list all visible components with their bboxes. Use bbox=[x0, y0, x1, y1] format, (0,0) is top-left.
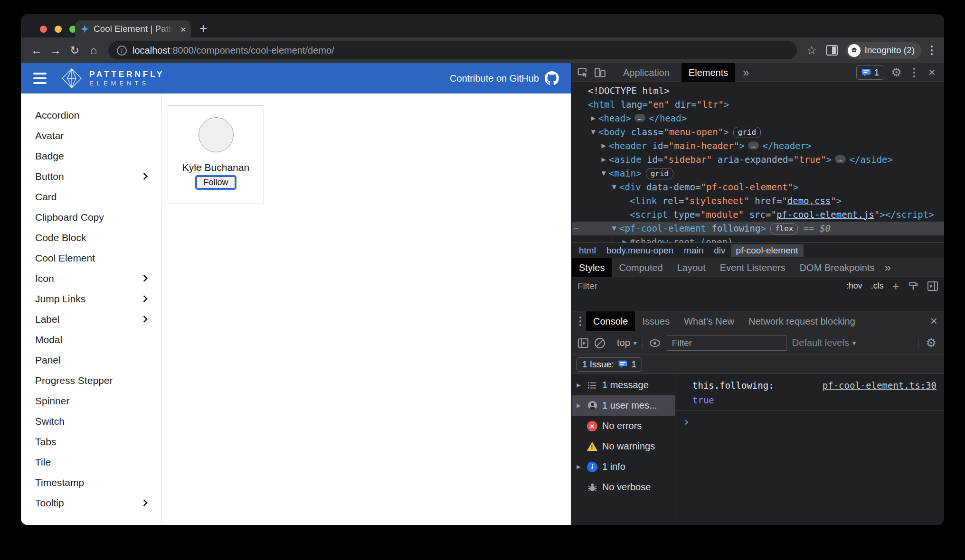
tab-network-request-blocking[interactable]: Network request blocking bbox=[741, 311, 862, 331]
expand-arrow-icon[interactable]: ▶ bbox=[598, 139, 609, 153]
execution-context-selector[interactable]: top ▾ bbox=[617, 337, 637, 348]
contribute-link[interactable]: Contribute on GitHub bbox=[450, 71, 559, 85]
sidebar-item[interactable]: Tile bbox=[21, 452, 161, 472]
console-settings-icon[interactable]: ⚙ bbox=[924, 336, 938, 350]
devtools-settings-icon[interactable]: ⚙ bbox=[889, 65, 903, 79]
tab-layout[interactable]: Layout bbox=[670, 258, 713, 277]
issues-counter-button[interactable]: 1 bbox=[856, 65, 885, 80]
dom-tree-line[interactable]: ▼<pf-cool-element following>flex == $0⋯ bbox=[572, 222, 944, 235]
sidebar-dock-icon[interactable] bbox=[927, 281, 938, 291]
dom-tree-line[interactable]: <html lang="en" dir="ltr"> bbox=[572, 98, 944, 112]
console-drawer-menu-icon[interactable] bbox=[575, 317, 586, 326]
console-sidebar-row[interactable]: ▶ 1 message bbox=[572, 375, 675, 395]
sidebar-item[interactable]: Label bbox=[21, 309, 161, 329]
sidebar-item[interactable]: Code Block bbox=[21, 227, 161, 248]
toggle-hover-state-button[interactable]: :hov bbox=[846, 281, 862, 291]
expand-arrow-icon[interactable]: ▶ bbox=[598, 153, 609, 167]
console-sidebar-row[interactable]: ▶ 1 user mes... bbox=[572, 395, 675, 416]
tab-dom-breakpoints[interactable]: DOM Breakpoints bbox=[793, 258, 882, 277]
expand-arrow-icon[interactable]: ▶ bbox=[575, 382, 582, 388]
breadcrumb[interactable]: body.menu-open bbox=[601, 244, 679, 257]
new-style-rule-icon[interactable]: + bbox=[892, 281, 899, 291]
sidebar-item[interactable]: Badge bbox=[21, 146, 161, 166]
expand-arrow-icon[interactable]: ▼ bbox=[598, 167, 609, 180]
console-sidebar-row[interactable]: × No errors bbox=[572, 416, 675, 436]
bookmark-star-icon[interactable]: ☆ bbox=[803, 44, 821, 57]
toggle-class-button[interactable]: .cls bbox=[871, 281, 884, 291]
side-panel-icon[interactable] bbox=[826, 45, 838, 56]
console-sidebar-row[interactable]: ▶ i 1 info bbox=[572, 457, 675, 477]
sidebar-item[interactable]: Tabs bbox=[21, 431, 161, 452]
clear-console-icon[interactable] bbox=[595, 338, 605, 348]
breadcrumb[interactable]: pf-cool-element bbox=[731, 244, 804, 257]
sidebar-item[interactable]: Icon bbox=[21, 268, 161, 289]
sidebar-item[interactable]: Jump Links bbox=[21, 289, 161, 309]
sidebar-item[interactable]: Button bbox=[21, 166, 161, 187]
console-sidebar-row[interactable]: No verbose bbox=[572, 477, 675, 497]
rendering-brush-icon[interactable] bbox=[908, 281, 918, 291]
sidebar-item[interactable]: Card bbox=[21, 187, 161, 207]
console-prompt[interactable]: › bbox=[675, 411, 944, 427]
inspect-element-icon[interactable] bbox=[577, 66, 589, 79]
expand-arrow-icon[interactable]: ▼ bbox=[609, 222, 619, 235]
sidebar-item[interactable]: Tooltip bbox=[21, 493, 161, 513]
reload-icon[interactable]: ↻ bbox=[66, 44, 84, 57]
dom-tree-line[interactable]: ▶<head>…</head> bbox=[572, 112, 944, 125]
dom-tree-line[interactable]: ▶<header id="main-header">…</header> bbox=[572, 139, 944, 153]
sidebar-item[interactable]: Avatar bbox=[21, 125, 161, 146]
live-expression-eye-icon[interactable] bbox=[649, 338, 661, 348]
sidebar-item[interactable]: Panel bbox=[21, 350, 161, 370]
hamburger-menu-icon[interactable] bbox=[33, 73, 47, 84]
tab-issues[interactable]: Issues bbox=[635, 311, 677, 331]
console-source-link[interactable]: pf-cool-element.ts:30 bbox=[823, 378, 937, 393]
tab-styles[interactable]: Styles bbox=[572, 258, 612, 277]
devtools-menu-icon[interactable] bbox=[908, 68, 920, 77]
dom-tree-line[interactable]: ▼<div data-demo="pf-cool-element"> bbox=[572, 180, 944, 194]
more-panels-icon[interactable]: » bbox=[740, 66, 752, 79]
sidebar-item[interactable]: Timestamp bbox=[21, 472, 161, 493]
patternfly-logo-icon[interactable] bbox=[61, 67, 83, 89]
home-icon[interactable]: ⌂ bbox=[85, 44, 103, 57]
expand-arrow-icon[interactable]: ▶ bbox=[619, 235, 630, 243]
browser-menu-icon[interactable] bbox=[926, 46, 937, 55]
minimize-window-button[interactable] bbox=[55, 26, 62, 33]
styles-filter-input[interactable]: Filter bbox=[577, 281, 597, 291]
console-drawer-close-icon[interactable]: × bbox=[927, 314, 941, 328]
follow-button[interactable]: Follow bbox=[197, 177, 235, 188]
tab-computed[interactable]: Computed bbox=[612, 258, 670, 277]
console-filter-input[interactable]: Filter bbox=[667, 336, 786, 351]
browser-tab[interactable]: Cool Element | PatternFly Elem × bbox=[75, 20, 191, 37]
expand-arrow-icon[interactable]: ▼ bbox=[588, 125, 598, 139]
expand-arrow-icon[interactable]: ▶ bbox=[588, 112, 598, 125]
issue-counter-button[interactable]: 1 Issue: 1 bbox=[577, 357, 642, 372]
back-icon[interactable]: ← bbox=[28, 44, 46, 57]
console-sidebar-row[interactable]: No warnings bbox=[572, 436, 675, 457]
expand-arrow-icon[interactable]: ▶ bbox=[575, 402, 582, 409]
sidebar-item[interactable]: Spinner bbox=[21, 391, 161, 411]
forward-icon[interactable]: → bbox=[47, 44, 65, 57]
devtools-close-icon[interactable]: × bbox=[925, 65, 939, 80]
sidebar-item[interactable]: Progress Stepper bbox=[21, 370, 161, 391]
log-levels-dropdown[interactable]: Default levels ▾ bbox=[792, 337, 856, 348]
expand-arrow-icon[interactable]: ▶ bbox=[575, 464, 582, 470]
breadcrumb[interactable]: div bbox=[709, 244, 730, 257]
tab-whats-new[interactable]: What's New bbox=[677, 311, 741, 331]
close-window-button[interactable] bbox=[40, 26, 47, 33]
dom-tree-line[interactable]: <link rel="stylesheet" href="demo.css"> bbox=[572, 194, 944, 208]
dom-tree-line[interactable]: ▶<aside id="sidebar" aria-expanded="true… bbox=[572, 153, 944, 167]
tab-event-listeners[interactable]: Event Listeners bbox=[713, 258, 793, 277]
tab-close-icon[interactable]: × bbox=[180, 24, 186, 34]
dom-tree-line[interactable]: <!DOCTYPE html> bbox=[572, 84, 944, 98]
device-toolbar-icon[interactable] bbox=[594, 66, 606, 79]
url-bar[interactable]: i localhost:8000/components/cool-element… bbox=[108, 41, 797, 59]
dom-tree-line[interactable]: ▼<main>grid bbox=[572, 167, 944, 180]
breadcrumb[interactable]: html bbox=[574, 244, 601, 257]
sidebar-item[interactable]: Modal bbox=[21, 329, 161, 350]
more-style-tabs-icon[interactable]: » bbox=[882, 261, 894, 274]
sidebar-item[interactable]: Accordion bbox=[21, 105, 161, 125]
dom-tree-line[interactable]: ▶#shadow-root (open) bbox=[572, 235, 944, 243]
tab-elements[interactable]: Elements bbox=[681, 63, 735, 82]
console-message[interactable]: this.following: pf-cool-element.ts:30 tr… bbox=[675, 374, 944, 411]
site-info-icon[interactable]: i bbox=[117, 46, 127, 56]
sidebar-item[interactable]: Cool Element bbox=[21, 248, 161, 268]
